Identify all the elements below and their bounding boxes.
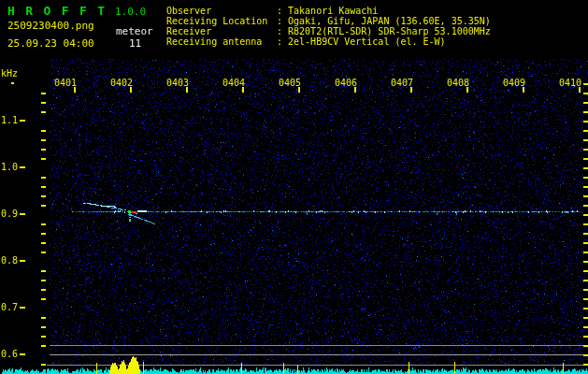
time-tick-label: 0405 (278, 78, 302, 88)
freq-unit-label: kHz (1, 68, 18, 79)
info-value: R820T2(RTL-SDR) SDR-Sharp 53.1000MHz (282, 26, 491, 36)
freq-tick-label: 1.0 (1, 162, 18, 172)
info-value: 2el-HB9CV Vertical (el. E-W) (282, 36, 446, 47)
info-label: Receiving antenna (166, 36, 277, 47)
time-tick-label: 0401 (53, 78, 78, 88)
freq-tick-label: 0.7 (1, 302, 18, 312)
freq-tick-label: 0.8 (1, 255, 18, 266)
time-tick-label: 0404 (222, 78, 246, 88)
time-tick-label: 0408 (446, 78, 470, 88)
mode-label: meteor (116, 25, 153, 37)
app-title: H R O F F T (7, 4, 107, 18)
freq-tick-label: 0.9 (1, 209, 18, 219)
capture-filename: 2509230400.png (7, 20, 94, 32)
spectrogram-canvas (0, 0, 588, 374)
info-value: Takanori Kawachi (282, 6, 378, 16)
meteor-count: 11 (129, 37, 141, 50)
freq-tick-label: 1.1 (1, 115, 18, 125)
info-label: Observer (166, 6, 277, 16)
info-row-3: Receiving antenna:2el-HB9CV Vertical (el… (166, 36, 491, 47)
time-tick-label: 0403 (165, 78, 190, 88)
info-row-1: Receiving Location:Ogaki, Gifu, JAPAN (1… (166, 16, 491, 26)
time-tick-label: 0402 (109, 78, 134, 88)
freq-tick-label: 0.6 (1, 349, 18, 359)
time-tick-label: 0407 (390, 78, 414, 88)
info-value: Ogaki, Gifu, JAPAN (136.60E, 35.35N) (282, 16, 491, 26)
capture-datetime: 25.09.23 04:00 (7, 37, 94, 50)
info-label: Receiving Location (166, 16, 277, 26)
receiver-info: Observer:Takanori KawachiReceiving Locat… (166, 6, 491, 47)
time-tick-label: 0406 (334, 78, 358, 88)
info-row-2: Receiver:R820T2(RTL-SDR) SDR-Sharp 53.10… (166, 26, 491, 36)
info-label: Receiver (166, 26, 277, 36)
info-row-0: Observer:Takanori Kawachi (166, 6, 491, 16)
app-version: 1.0.0 (115, 6, 146, 18)
time-tick-label: 0409 (502, 78, 526, 88)
time-tick-label: 0410 (558, 78, 582, 88)
